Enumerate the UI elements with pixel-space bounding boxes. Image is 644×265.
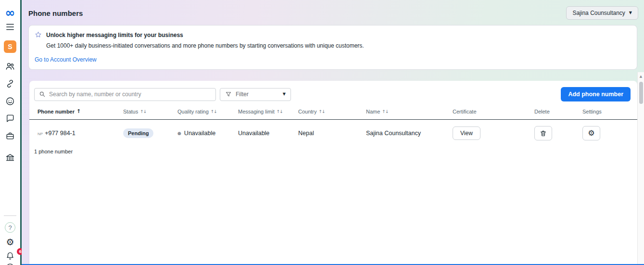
account-selector-label: Sajina Counsultancy bbox=[572, 10, 625, 16]
trash-icon bbox=[540, 130, 547, 137]
delete-button[interactable] bbox=[534, 126, 552, 140]
search-box[interactable] bbox=[34, 88, 216, 101]
banner-head: Unlock higher messaging limits for your … bbox=[34, 31, 629, 39]
caret-down-icon: ▼ bbox=[283, 92, 286, 96]
bank-icon bbox=[5, 152, 15, 163]
cell-name: Sajina Counsultancy bbox=[366, 130, 453, 137]
meta-infinity-icon: ∞ bbox=[5, 7, 15, 19]
hamburger-menu-icon bbox=[6, 23, 15, 31]
main-area: Phone numbers Sajina Counsultancy ▼ Unlo… bbox=[22, 0, 644, 265]
app-root: ∞ S ? ⚙ bbox=[0, 0, 644, 265]
column-header-delete: Delete bbox=[534, 109, 582, 114]
column-header-phone-number[interactable]: Phone number↑ bbox=[38, 108, 123, 114]
settings-sidebar-button[interactable]: ⚙ bbox=[6, 238, 14, 247]
column-header-name[interactable]: Name↑↓ bbox=[366, 109, 453, 114]
caret-down-icon: ▼ bbox=[629, 11, 632, 15]
quality-rating-value: Unavailable bbox=[184, 130, 215, 137]
meta-logo[interactable]: ∞ bbox=[5, 7, 15, 19]
cell-messaging-limit: Unavailable bbox=[238, 130, 298, 137]
filter-funnel-icon bbox=[225, 91, 232, 98]
status-badge: Pending bbox=[123, 128, 153, 138]
scrollbar-thumb[interactable] bbox=[639, 82, 643, 104]
scrollbar[interactable]: ▲ bbox=[637, 72, 644, 265]
gear-icon: ⚙ bbox=[6, 238, 14, 247]
messaging-limits-banner: Unlock higher messaging limits for your … bbox=[28, 25, 637, 70]
sidebar: ∞ S ? ⚙ bbox=[0, 0, 20, 265]
filter-dropdown[interactable]: Filter ▼ bbox=[220, 88, 291, 101]
phone-number-value: +977 984-1 bbox=[45, 130, 76, 137]
cell-status: Pending bbox=[123, 128, 177, 138]
scroll-up-icon[interactable]: ▲ bbox=[640, 75, 642, 78]
page-title: Phone numbers bbox=[28, 9, 83, 17]
cell-country: Nepal bbox=[298, 130, 366, 137]
sort-icon: ↑↓ bbox=[319, 109, 325, 114]
avatar-letter: S bbox=[4, 40, 16, 53]
topbar: Phone numbers Sajina Counsultancy ▼ bbox=[22, 0, 644, 24]
add-phone-number-button[interactable]: Add phone number bbox=[561, 87, 631, 101]
sort-icon: ↑↓ bbox=[382, 109, 388, 114]
cell-settings: ⚙ bbox=[582, 126, 629, 140]
cell-certificate: View bbox=[453, 126, 534, 140]
column-header-certificate: Certificate bbox=[453, 109, 534, 114]
phone-numbers-card: Filter ▼ Add phone number Phone number↑ … bbox=[29, 81, 637, 265]
settings-button[interactable]: ⚙ bbox=[582, 126, 600, 140]
account-overview-link[interactable]: Go to Account Overview bbox=[35, 56, 97, 63]
gear-icon: ⚙ bbox=[588, 129, 594, 137]
briefcase-icon bbox=[5, 131, 15, 141]
profile-circle-icon bbox=[5, 263, 15, 265]
column-header-status[interactable]: Status↑↓ bbox=[123, 109, 177, 114]
sidebar-divider bbox=[4, 215, 16, 216]
star-icon bbox=[34, 31, 42, 39]
column-header-country[interactable]: Country↑↓ bbox=[298, 109, 366, 114]
cell-delete bbox=[534, 126, 582, 140]
sort-icon: ↑↓ bbox=[277, 109, 283, 114]
sidebar-item-links[interactable] bbox=[5, 79, 15, 88]
column-header-settings: Settings bbox=[582, 109, 629, 114]
sort-asc-icon: ↑ bbox=[76, 108, 81, 114]
filter-label: Filter bbox=[236, 91, 249, 98]
search-input[interactable] bbox=[49, 91, 211, 98]
status-dot-icon: ● bbox=[177, 131, 181, 136]
link-icon bbox=[5, 79, 15, 88]
sidebar-item-billing[interactable] bbox=[5, 152, 15, 163]
cell-quality-rating: ●Unavailable bbox=[177, 130, 238, 137]
workspace-avatar[interactable]: S bbox=[4, 40, 16, 53]
help-button[interactable]: ? bbox=[5, 222, 15, 233]
search-icon bbox=[39, 91, 46, 98]
table-toolbar: Filter ▼ Add phone number bbox=[29, 81, 637, 101]
help-icon: ? bbox=[5, 222, 15, 233]
sidebar-menu-button[interactable] bbox=[6, 23, 15, 31]
row-count-label: 1 phone number bbox=[29, 147, 637, 154]
view-certificate-button[interactable]: View bbox=[453, 126, 480, 140]
column-header-messaging-limit[interactable]: Messaging limit↑↓ bbox=[238, 109, 298, 114]
bell-icon bbox=[5, 251, 15, 261]
column-header-quality-rating[interactable]: Quality rating↑↓ bbox=[177, 109, 238, 114]
banner-title: Unlock higher messaging limits for your … bbox=[46, 32, 183, 38]
profile-button[interactable] bbox=[5, 263, 15, 265]
sort-icon: ↑↓ bbox=[211, 109, 217, 114]
cell-phone-number: NP+977 984-1 bbox=[38, 130, 123, 137]
sidebar-item-inbox[interactable] bbox=[5, 114, 15, 123]
table-row: NP+977 984-1 Pending ●Unavailable Unavai… bbox=[29, 120, 637, 147]
sidebar-item-contacts[interactable] bbox=[5, 61, 15, 71]
account-selector[interactable]: Sajina Counsultancy ▼ bbox=[566, 6, 638, 20]
banner-description: Get 1000+ daily business-initiated conve… bbox=[46, 42, 629, 49]
table-header-row: Phone number↑ Status↑↓ Quality rating↑↓ … bbox=[29, 108, 637, 120]
notifications-button[interactable]: 6 bbox=[0, 251, 20, 261]
smiley-icon bbox=[5, 96, 15, 106]
people-icon bbox=[5, 61, 15, 71]
country-code-label: NP bbox=[38, 132, 43, 136]
sort-icon: ↑↓ bbox=[140, 109, 146, 114]
sidebar-item-reactions[interactable] bbox=[5, 96, 15, 106]
sidebar-item-commerce[interactable] bbox=[5, 131, 15, 141]
chat-bubble-icon bbox=[5, 114, 15, 123]
